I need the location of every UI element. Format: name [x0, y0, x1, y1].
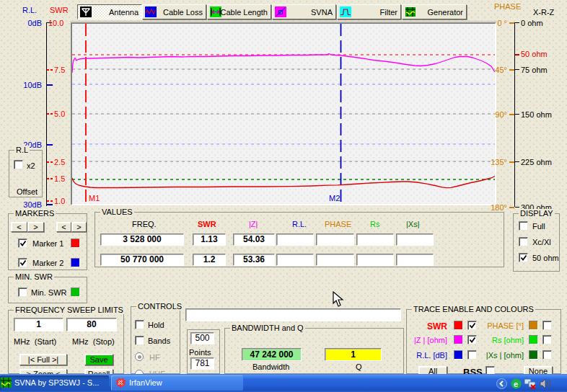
svg-text:M2: M2 — [329, 194, 340, 202]
svg-text:e: e — [514, 380, 518, 388]
svg-text:M1: M1 — [89, 194, 100, 202]
